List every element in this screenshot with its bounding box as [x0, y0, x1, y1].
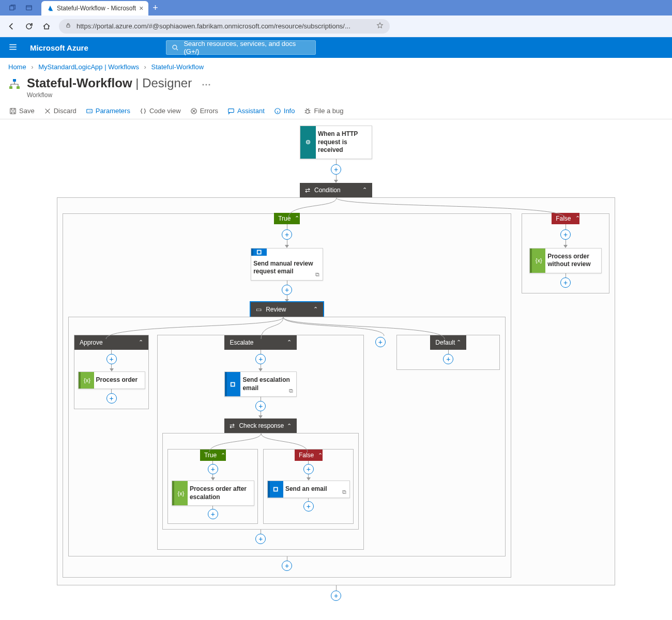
bug-icon: [304, 107, 311, 115]
link-icon: ⧉: [289, 388, 293, 394]
lock-icon: [65, 22, 71, 30]
link-icon: ⧉: [342, 489, 346, 495]
add-button[interactable]: +: [282, 285, 292, 295]
true-chip[interactable]: True⌃: [274, 213, 300, 224]
approve-header[interactable]: Approve⌃: [74, 335, 148, 350]
breadcrumb: Home › MyStandardLogicApp | Workflows › …: [0, 58, 672, 74]
svg-rect-4: [13, 79, 16, 82]
errors-button[interactable]: Errors: [190, 107, 218, 115]
azure-brand[interactable]: Microsoft Azure: [30, 43, 88, 52]
save-icon: [9, 107, 17, 115]
condition-node[interactable]: ⇄Condition ⌃: [300, 183, 372, 197]
url-text: https://portal.azure.com/#@sophiaowen.fa…: [77, 22, 350, 30]
send-manual-review-node[interactable]: Send manual review request email ⧉: [251, 248, 323, 281]
save-button[interactable]: Save: [9, 107, 35, 115]
azure-top-bar: Microsoft Azure Search resources, servic…: [0, 37, 672, 58]
variable-icon: {x}: [172, 481, 188, 505]
svg-rect-2: [67, 25, 70, 27]
file-bug-button[interactable]: File a bug: [304, 107, 343, 115]
address-bar: https://portal.azure.com/#@sophiaowen.fa…: [0, 16, 672, 37]
send-escalation-node[interactable]: Send escalation email ⧉: [224, 371, 297, 397]
parameters-icon: [86, 107, 93, 115]
add-button[interactable]: +: [303, 464, 314, 474]
chevron-up-icon[interactable]: ⌃: [287, 423, 292, 429]
chevron-right-icon: ›: [31, 63, 33, 71]
more-icon[interactable]: ⋯: [202, 79, 211, 89]
page-subtitle: Workflow: [27, 91, 211, 99]
check-response-node[interactable]: ⇄Check response ⌃: [224, 419, 297, 433]
default-header[interactable]: Default⌃: [430, 335, 466, 350]
svg-rect-1: [26, 6, 32, 10]
process-order-after-escalation-node[interactable]: {x} Process order after escalation: [172, 481, 254, 506]
process-order-without-review-node[interactable]: {x} Process order without review: [529, 248, 602, 273]
error-icon: [190, 107, 197, 115]
info-icon: [274, 107, 281, 115]
add-button[interactable]: +: [255, 534, 266, 544]
close-icon[interactable]: ×: [139, 4, 143, 12]
add-button[interactable]: +: [282, 229, 292, 240]
svg-rect-15: [258, 251, 261, 253]
designer-canvas[interactable]: When a HTTP request is received + ⇄Condi…: [0, 119, 672, 620]
home-button[interactable]: [41, 21, 52, 32]
add-button[interactable]: +: [443, 354, 453, 364]
breadcrumb-workflow[interactable]: Stateful-Workflow: [151, 63, 204, 71]
search-input[interactable]: Search resources, services, and docs (G+…: [166, 40, 316, 55]
add-button[interactable]: +: [560, 229, 571, 240]
chevron-right-icon: ›: [144, 63, 146, 71]
add-button[interactable]: +: [255, 401, 266, 411]
info-button[interactable]: Info: [274, 107, 295, 115]
browser-chrome: Stateful-Workflow - Microsoft × +: [0, 0, 672, 16]
discard-button[interactable]: Discard: [44, 107, 77, 115]
add-button[interactable]: +: [331, 164, 341, 175]
add-button[interactable]: +: [208, 509, 218, 519]
breadcrumb-home[interactable]: Home: [8, 63, 26, 71]
refresh-button[interactable]: [24, 21, 34, 32]
close-icon: [44, 107, 51, 115]
true-chip[interactable]: True⌃: [200, 450, 226, 461]
chat-icon: [227, 107, 235, 115]
parameters-button[interactable]: Parameters: [86, 107, 130, 115]
braces-icon: [140, 107, 147, 115]
add-button[interactable]: +: [282, 561, 292, 571]
chevron-up-icon: ⌃: [287, 339, 292, 346]
false-chip[interactable]: False⌃: [295, 450, 323, 461]
hamburger-icon[interactable]: [8, 42, 18, 53]
tabs-icon[interactable]: [24, 3, 34, 13]
trigger-node[interactable]: When a HTTP request is received: [300, 126, 372, 159]
url-box[interactable]: https://portal.azure.com/#@sophiaowen.fa…: [59, 19, 390, 34]
breadcrumb-app[interactable]: MyStandardLogicApp | Workflows: [38, 63, 139, 71]
chevron-up-icon: ⌃: [139, 339, 143, 346]
escalate-header[interactable]: Escalate⌃: [224, 335, 297, 350]
add-case-button[interactable]: +: [375, 337, 386, 347]
star-icon[interactable]: [376, 22, 384, 30]
assistant-button[interactable]: Assistant: [227, 107, 265, 115]
chevron-up-icon[interactable]: ⌃: [362, 187, 367, 193]
svg-point-12: [306, 110, 309, 113]
outlook-icon: [251, 249, 267, 256]
add-button[interactable]: +: [208, 464, 218, 474]
search-placeholder: Search resources, services, and docs (G+…: [184, 40, 310, 55]
search-icon: [172, 44, 179, 51]
add-button[interactable]: +: [331, 591, 341, 601]
process-order-node[interactable]: {x} Process order: [78, 371, 145, 389]
back-button[interactable]: [6, 21, 17, 32]
inner-true-branch: True⌃ + {x} Process order after: [167, 449, 258, 524]
chevron-up-icon: ⌃: [456, 339, 461, 346]
review-node[interactable]: ▭Review ⌃: [251, 302, 323, 317]
add-button[interactable]: +: [255, 354, 266, 364]
new-tab-button[interactable]: +: [152, 3, 158, 13]
add-button[interactable]: +: [106, 354, 117, 364]
false-chip[interactable]: False⌃: [552, 213, 579, 224]
switch-icon: ▭: [256, 306, 262, 313]
add-button[interactable]: +: [106, 393, 117, 404]
send-an-email-node[interactable]: Send an email ⧉: [267, 481, 350, 498]
escalate-case: Escalate⌃ + Send escalation email: [157, 335, 364, 550]
add-button[interactable]: +: [560, 277, 571, 288]
add-button[interactable]: +: [303, 501, 314, 512]
chevron-up-icon[interactable]: ⌃: [313, 306, 318, 313]
condition-icon: ⇄: [230, 422, 235, 429]
browser-tab[interactable]: Stateful-Workflow - Microsoft ×: [41, 1, 148, 16]
window-icon[interactable]: [7, 3, 18, 13]
toolbar: Save Discard Parameters Code view Errors…: [0, 103, 672, 119]
code-view-button[interactable]: Code view: [140, 107, 181, 115]
